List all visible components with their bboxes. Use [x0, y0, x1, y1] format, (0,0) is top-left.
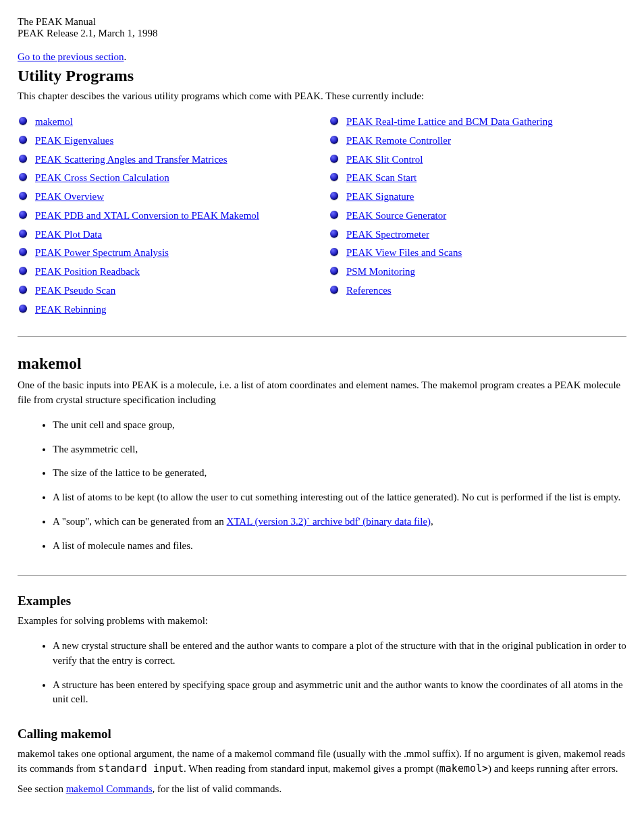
calling-paragraph: makemol takes one optional argument, the… [18, 747, 626, 777]
toc-item: PEAK Position Readback [18, 263, 315, 282]
toc-item: References [329, 282, 626, 301]
toc-item: PEAK Source Generator [329, 207, 626, 226]
toc-link[interactable]: PEAK Overview [35, 191, 104, 202]
toc-item: PSM Monitoring [329, 263, 626, 282]
list-item: The unit cell and space group, [53, 413, 626, 438]
list-item: The size of the lattice to be generated, [53, 461, 626, 486]
section-title-examples: Examples [18, 594, 626, 608]
toc-link[interactable]: PEAK Slit Control [346, 154, 423, 165]
toc-columns: makemolPEAK EigenvaluesPEAK Scattering A… [18, 113, 626, 319]
toc-list-right: PEAK Real-time Lattice and BCM Data Gath… [329, 113, 626, 301]
manual-release: PEAK Release 2.1, March 1, 1998 [18, 28, 626, 39]
toc-link[interactable]: PEAK View Files and Scans [346, 247, 462, 258]
page-title: Utility Programs [18, 67, 626, 85]
toc-link[interactable]: PSM Monitoring [346, 266, 415, 277]
manual-title: The PEAK Manual [18, 16, 626, 28]
examples-intro: Examples for solving problems with makem… [18, 614, 626, 629]
divider [18, 575, 626, 576]
toc-item: PEAK View Files and Scans [329, 244, 626, 263]
toc-link[interactable]: PEAK Position Readback [35, 266, 140, 277]
list-item: A new crystal structure shall be entered… [53, 634, 626, 673]
toc-item: PEAK Plot Data [18, 226, 315, 244]
list-item: A list of molecule names and files. [53, 534, 626, 558]
toc-item: PEAK Pseudo Scan [18, 282, 315, 301]
toc-link[interactable]: PEAK Pseudo Scan [35, 285, 115, 296]
prev-section-link[interactable]: Go to the previous section [18, 51, 124, 62]
toc-list-left: makemolPEAK EigenvaluesPEAK Scattering A… [18, 113, 315, 319]
makemol-commands-link[interactable]: makemol Commands [66, 783, 153, 794]
toc-item: PEAK Remote Controller [329, 132, 626, 151]
toc-item: makemol [18, 113, 315, 132]
toc-item: PEAK Spectrometer [329, 226, 626, 244]
toc-item: PEAK Signature [329, 188, 626, 207]
toc-item: PEAK Overview [18, 188, 315, 207]
toc-link[interactable]: PEAK Scan Start [346, 172, 417, 183]
xtal-link[interactable]: XTAL (version 3.2)` archive bdf' (binary… [227, 516, 431, 527]
toc-link[interactable]: PEAK Rebinning [35, 304, 106, 315]
toc-item: PEAK PDB and XTAL Conversion to PEAK Mak… [18, 207, 315, 226]
divider [18, 336, 626, 337]
list-item: A structure has been entered by specifyi… [53, 673, 626, 712]
list-item: A list of atoms to be kept (to allow the… [53, 486, 626, 510]
makemol-intro: One of the basic inputs into PEAK is a m… [18, 378, 626, 408]
toc-link[interactable]: PEAK Signature [346, 191, 414, 202]
toc-intro: This chapter descibes the various utilit… [18, 90, 626, 102]
section-makemol: makemol One of the basic inputs into PEA… [18, 355, 626, 558]
section-title-calling: Calling makemol [18, 727, 626, 741]
toc-link[interactable]: PEAK Power Spectrum Analysis [35, 247, 169, 258]
section-title-makemol: makemol [18, 355, 626, 373]
toc-link[interactable]: PEAK Remote Controller [346, 135, 451, 146]
section-examples: Examples Examples for solving problems w… [18, 594, 626, 712]
toc-item: PEAK Eigenvalues [18, 132, 315, 151]
toc-item: PEAK Cross Section Calculation [18, 169, 315, 188]
toc-item: PEAK Scattering Angles and Transfer Matr… [18, 151, 315, 170]
toc-link[interactable]: PEAK Eigenvalues [35, 135, 113, 146]
toc-item: PEAK Power Spectrum Analysis [18, 244, 315, 263]
toc-item: PEAK Rebinning [18, 301, 315, 319]
toc-link[interactable]: PEAK Source Generator [346, 210, 446, 221]
toc-link[interactable]: PEAK Cross Section Calculation [35, 172, 169, 183]
makemol-list: The unit cell and space group,The asymme… [26, 413, 626, 558]
code-prompt: makemol> [439, 762, 488, 775]
examples-list: A new crystal structure shall be entered… [26, 634, 626, 712]
toc-link[interactable]: References [346, 285, 392, 296]
toc-link[interactable]: PEAK Real-time Lattice and BCM Data Gath… [346, 116, 553, 127]
toc-link[interactable]: PEAK Plot Data [35, 229, 102, 240]
code-stdin: standard input [99, 762, 184, 775]
toc-link[interactable]: PEAK Scattering Angles and Transfer Matr… [35, 154, 227, 165]
list-item: A "soup", which can be generated from an… [53, 510, 626, 534]
toc-item: PEAK Scan Start [329, 169, 626, 188]
section-calling: Calling makemol makemol takes one option… [18, 727, 626, 796]
calling-note: See section makemol Commands, for the li… [18, 782, 626, 797]
list-item: The asymmetric cell, [53, 438, 626, 462]
toc-link[interactable]: PEAK Spectrometer [346, 229, 429, 240]
toc-item: PEAK Slit Control [329, 151, 626, 170]
toc-item: PEAK Real-time Lattice and BCM Data Gath… [329, 113, 626, 132]
toc-link[interactable]: PEAK PDB and XTAL Conversion to PEAK Mak… [35, 210, 259, 221]
toc-link[interactable]: makemol [35, 116, 73, 127]
